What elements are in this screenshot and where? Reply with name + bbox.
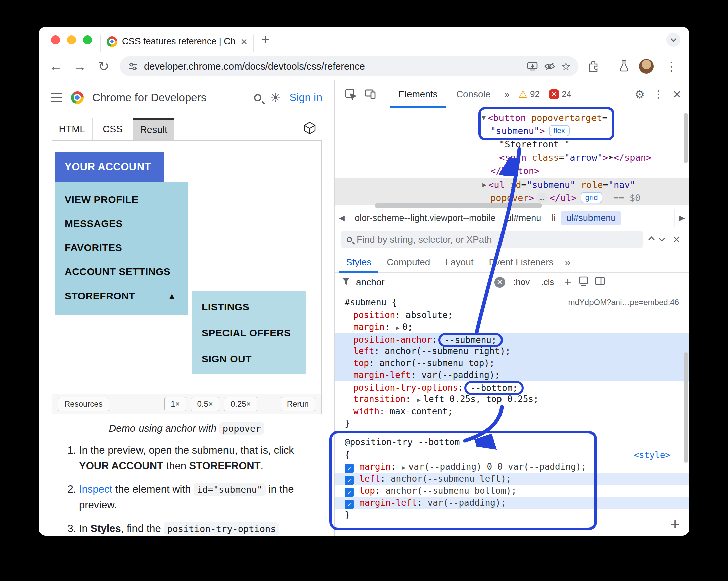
find-input[interactable] xyxy=(357,234,637,245)
breadcrumb-item-li[interactable]: li xyxy=(546,211,561,225)
horizontal-scrollbar[interactable] xyxy=(375,203,542,208)
warnings-badge[interactable]: ⚠ 92 xyxy=(515,88,543,100)
rendering-emulation-icon[interactable] xyxy=(578,275,590,289)
menu-item-storefront[interactable]: STOREFRONT ▲ xyxy=(55,284,188,308)
extensions-puzzle-icon[interactable] xyxy=(587,59,600,74)
find-previous-icon[interactable] xyxy=(648,236,654,242)
reload-button[interactable]: ↻ xyxy=(96,58,112,74)
toggle-class-button[interactable]: .cls xyxy=(538,276,557,289)
close-devtools-icon[interactable]: × xyxy=(669,86,686,102)
toggle-hover-state-button[interactable]: :hov xyxy=(510,276,533,289)
elements-tree-line[interactable]: ▶<ul id="submenu" role="nav" xyxy=(335,178,689,191)
style-property-position-try-options[interactable]: position-try-options: --bottom; xyxy=(335,381,689,393)
tab-event-listeners[interactable]: Event Listeners xyxy=(483,252,561,273)
zoom-1x-button[interactable]: 1× xyxy=(164,397,186,411)
style-property[interactable]: left: anchor(--submenu right); xyxy=(335,345,689,357)
elements-tree-line[interactable]: ▼<button popovertarget= xyxy=(335,111,689,124)
style-element-link[interactable]: <style> xyxy=(634,450,671,460)
elements-tree-line[interactable]: </button> xyxy=(335,164,689,178)
errors-badge[interactable]: ✕ 24 xyxy=(546,89,575,99)
rerun-button[interactable]: Rerun xyxy=(281,397,315,411)
fullscreen-window-button[interactable] xyxy=(83,35,92,45)
tab-html[interactable]: HTML xyxy=(52,118,92,140)
breadcrumb-scroll-left-icon[interactable]: ◀ xyxy=(335,209,349,227)
address-bar[interactable]: ☆ xyxy=(120,56,578,76)
menu-item-messages[interactable]: MESSAGES xyxy=(55,212,188,236)
minimize-window-button[interactable] xyxy=(67,35,76,45)
styles-vertical-scrollbar[interactable] xyxy=(683,352,688,463)
property-checkbox-checked[interactable]: ✓ xyxy=(345,488,354,497)
new-style-rule-icon[interactable]: + xyxy=(562,275,573,289)
zoom-025x-button[interactable]: 0.25× xyxy=(224,397,257,411)
back-button[interactable]: ← xyxy=(48,59,63,74)
browser-tab[interactable]: CSS features reference | Chr × xyxy=(100,31,254,52)
devtools-menu-icon[interactable]: ⋮ xyxy=(650,88,667,100)
devtools-tab-console[interactable]: Console xyxy=(448,80,499,108)
breadcrumb-item-ul-submenu[interactable]: ul#submenu xyxy=(561,211,621,225)
chrome-labs-flask-icon[interactable] xyxy=(618,59,630,74)
url-input[interactable] xyxy=(144,61,521,72)
tab-layout[interactable]: Layout xyxy=(439,252,480,273)
position-try-property[interactable]: ✓top: anchor(--submenu bottom); xyxy=(335,485,689,497)
property-checkbox-checked[interactable]: ✓ xyxy=(345,464,354,473)
style-property[interactable]: transition: ▶left 0.25s, top 0.25s; xyxy=(335,393,689,405)
reading-mode-eye-icon[interactable] xyxy=(544,60,556,72)
submenu-item-sign-out[interactable]: SIGN OUT xyxy=(192,346,306,372)
rule-selector-row[interactable]: #submenu { mdYdpOM?ani…pe=embed:46 xyxy=(335,296,689,309)
style-property-position-anchor[interactable]: position-anchor: --submenu; xyxy=(335,333,689,345)
bookmark-star-icon[interactable]: ☆ xyxy=(561,59,571,73)
position-try-property[interactable]: ✓left: anchor(--submenu left); xyxy=(335,473,689,485)
forward-button[interactable]: → xyxy=(72,59,88,74)
device-toolbar-icon[interactable] xyxy=(362,88,380,101)
position-try-property[interactable]: ✓margin: ▶var(--padding) 0 0 var(--paddi… xyxy=(335,461,689,473)
add-style-plus-icon[interactable]: + xyxy=(671,515,680,533)
style-property[interactable]: position: absolute; xyxy=(335,309,689,321)
theme-toggle-sun-icon[interactable]: ☀ xyxy=(270,91,281,105)
site-controls-icon[interactable] xyxy=(127,60,138,72)
tab-close-icon[interactable]: × xyxy=(240,35,247,48)
find-input-pill[interactable] xyxy=(341,231,643,248)
selected-element-rows[interactable]: ▶<ul id="submenu" role="nav" popover>…</… xyxy=(335,178,689,204)
styles-filter-input[interactable] xyxy=(356,277,490,288)
vertical-scrollbar[interactable] xyxy=(683,113,688,163)
more-panels-chevron-icon[interactable]: » xyxy=(501,89,512,100)
clear-filter-icon[interactable]: ✕ xyxy=(494,277,505,288)
breadcrumb-scroll-right-icon[interactable]: ▶ xyxy=(674,209,689,227)
style-property[interactable]: margin-left: var(--padding); xyxy=(335,369,689,381)
elements-tree-line[interactable]: "Storefront " xyxy=(335,138,689,151)
tab-css[interactable]: CSS xyxy=(92,118,133,140)
tab-computed[interactable]: Computed xyxy=(380,252,437,273)
elements-tree-line[interactable]: "submenu">flex xyxy=(335,124,689,138)
find-next-icon[interactable] xyxy=(659,236,665,241)
submenu-item-listings[interactable]: LISTINGS xyxy=(192,294,306,320)
sidebar-position-icon[interactable] xyxy=(594,275,605,289)
zoom-05x-button[interactable]: 0.5× xyxy=(191,397,219,411)
profile-avatar[interactable] xyxy=(639,59,654,74)
install-app-icon[interactable] xyxy=(526,60,538,72)
sign-in-link[interactable]: Sign in xyxy=(289,91,322,104)
find-close-icon[interactable]: × xyxy=(670,232,683,247)
resources-button[interactable]: Resources xyxy=(58,397,109,411)
inline-link[interactable]: Inspect xyxy=(79,483,112,495)
tab-result[interactable]: Result xyxy=(133,118,174,140)
breadcrumb-item-ul-menu[interactable]: ul#menu xyxy=(501,211,547,225)
tab-styles[interactable]: Styles xyxy=(339,252,378,273)
position-try-property[interactable]: ✓margin-left: var(--padding); xyxy=(335,497,689,509)
expand-arrow-icon[interactable]: ▶ xyxy=(401,464,408,471)
menu-item-account-settings[interactable]: ACCOUNT SETTINGS xyxy=(55,260,188,284)
position-try-at-rule[interactable]: @position-try --bottom xyxy=(335,435,689,449)
expand-arrow-icon[interactable]: ▶ xyxy=(416,396,423,404)
hamburger-menu-icon[interactable] xyxy=(51,93,62,102)
devtools-tab-elements[interactable]: Elements xyxy=(390,80,446,108)
inspect-element-icon[interactable] xyxy=(342,88,359,101)
property-checkbox-checked[interactable]: ✓ xyxy=(345,476,354,485)
tab-search-button[interactable] xyxy=(667,33,680,47)
property-checkbox-checked[interactable]: ✓ xyxy=(345,500,354,509)
menu-item-view-profile[interactable]: VIEW PROFILE xyxy=(55,188,188,212)
style-property[interactable]: width: max-content; xyxy=(335,405,689,417)
browser-menu-icon[interactable]: ⋮ xyxy=(662,59,680,74)
settings-gear-icon[interactable]: ⚙ xyxy=(631,88,648,101)
close-window-button[interactable] xyxy=(51,35,60,45)
chrome-developers-logo[interactable] xyxy=(71,91,84,104)
expand-arrow-icon[interactable]: ▶ xyxy=(395,324,402,331)
